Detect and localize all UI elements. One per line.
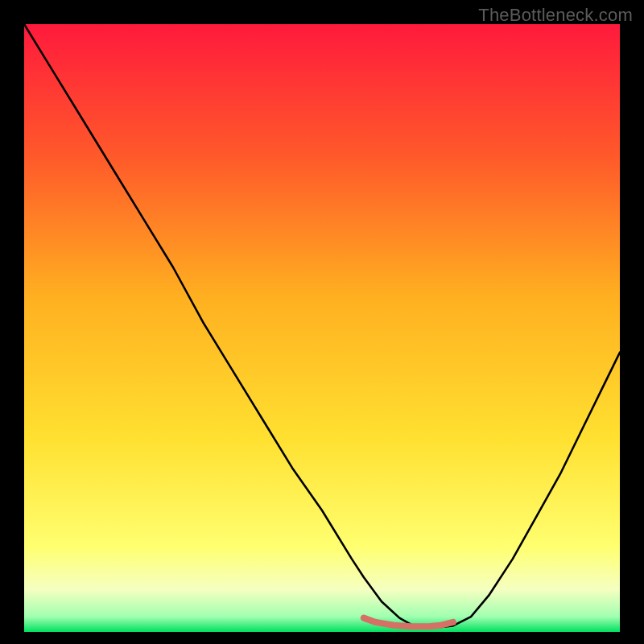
watermark-text: TheBottleneck.com bbox=[478, 5, 633, 26]
plot-area bbox=[24, 24, 620, 632]
gradient-background bbox=[24, 24, 620, 632]
chart-frame: TheBottleneck.com bbox=[0, 0, 644, 644]
chart-svg bbox=[24, 24, 620, 632]
